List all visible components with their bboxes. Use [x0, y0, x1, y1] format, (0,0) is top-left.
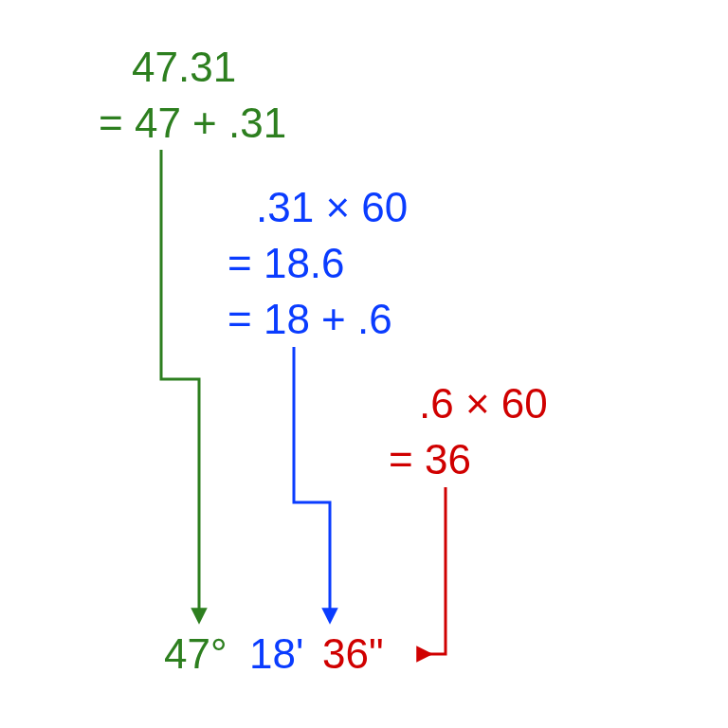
arrow-degrees: [161, 150, 199, 616]
degrees-line2: = 47 + .31: [99, 100, 286, 146]
minutes-line2: = 18.6: [228, 241, 345, 286]
result-minutes: 18': [249, 631, 303, 677]
minutes-line3: = 18 + .6: [228, 297, 392, 342]
degrees-line1: 47.31: [132, 45, 236, 90]
arrow-seconds: [425, 487, 446, 654]
diagram-stage: 47.31 = 47 + .31 .31 × 60 = 18.6 = 18 + …: [0, 0, 728, 728]
seconds-line1: .6 × 60: [419, 381, 548, 427]
seconds-line2: = 36: [389, 437, 471, 482]
minutes-line1: .31 × 60: [256, 185, 408, 230]
result-degrees: 47°: [164, 631, 228, 677]
result-seconds: 36": [322, 631, 384, 677]
arrow-minutes: [294, 347, 330, 616]
